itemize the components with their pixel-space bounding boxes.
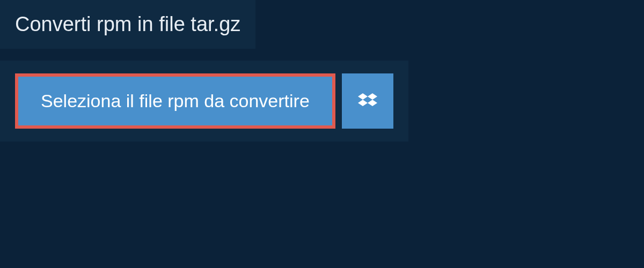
dropbox-icon [358,92,377,111]
page-title: Converti rpm in file tar.gz [15,13,240,36]
upload-section: Seleziona il file rpm da convertire [0,61,408,142]
select-file-label: Seleziona il file rpm da convertire [41,91,310,111]
select-file-button[interactable]: Seleziona il file rpm da convertire [15,73,335,129]
header-bar: Converti rpm in file tar.gz [0,0,255,49]
dropbox-button[interactable] [342,73,393,129]
button-row: Seleziona il file rpm da convertire [15,73,393,129]
